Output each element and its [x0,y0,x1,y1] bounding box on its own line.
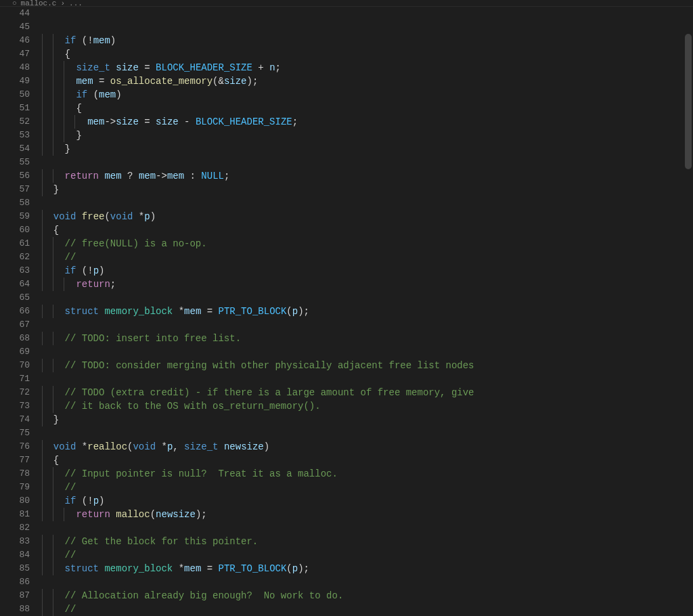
code-line[interactable] [42,196,693,210]
indent-guide [42,589,43,602]
token-punc [139,116,144,127]
code-line[interactable] [42,345,693,359]
code-line[interactable]: mem->size = size - BLOCK_HEADER_SIZE; [42,115,693,129]
line-number: 65 [0,291,42,305]
breadcrumb-file[interactable]: malloc.c [21,0,57,7]
code-line[interactable]: if (mem) [42,88,693,102]
indent-guide [53,602,53,616]
code-line[interactable]: } [42,129,693,142]
code-line[interactable]: mem = os_allocate_memory(&size); [42,74,693,88]
line-number: 75 [0,426,42,440]
code-line[interactable] [42,156,693,169]
token-kw: void [110,211,133,222]
code-line[interactable]: if (!p) [42,494,693,508]
line-number: 72 [0,386,42,399]
indent-guide [53,47,53,61]
indent-guide [42,494,43,508]
code-line[interactable]: return mem ? mem->mem : NULL; [42,169,693,183]
token-punc [219,441,224,452]
token-var: mem [184,306,201,317]
line-number: 76 [0,440,42,454]
code-line[interactable]: // Allocation already big enough? No wor… [42,589,693,602]
indent-guide [64,115,64,129]
indent-guide [53,399,53,413]
code-line[interactable]: // [42,602,693,616]
line-number: 83 [0,535,42,548]
line-number: 87 [0,589,42,602]
token-punc: ; [201,509,206,520]
code-line[interactable]: // free(NULL) is a no-op. [42,237,693,250]
token-punc [201,563,206,574]
code-line[interactable]: size_t size = BLOCK_HEADER_SIZE + n; [42,61,693,74]
indent-guide [42,250,43,264]
code-line[interactable]: { [42,102,693,115]
code-line[interactable]: // TODO: consider merging with other phy… [42,359,693,372]
token-punc: ( [76,35,87,46]
token-var: n [269,62,275,73]
code-line[interactable] [42,318,693,332]
code-line[interactable]: { [42,454,693,467]
line-number-gutter: 4445464748495051525354555657585960616263… [0,7,42,616]
code-line[interactable]: // TODO: insert into free list. [42,332,693,345]
code-line[interactable] [42,575,693,589]
line-number: 60 [0,223,42,237]
code-line[interactable]: } [42,142,693,156]
token-func: malloc [116,509,150,520]
code-line[interactable]: } [42,183,693,196]
breadcrumb[interactable]: ○ malloc.c › ... [0,0,693,7]
token-punc [76,441,81,452]
token-punc: ) [99,265,104,276]
code-line[interactable]: } [42,413,693,426]
token-punc [213,563,218,574]
code-line[interactable]: // Input pointer is null? Treat it as a … [42,467,693,481]
code-line[interactable]: void *realloc(void *p, size_t newsize) [42,440,693,454]
code-line[interactable]: // [42,548,693,562]
token-kw: if [76,89,87,100]
token-func: os_allocate_memory [110,76,213,87]
code-line[interactable] [42,426,693,440]
breadcrumb-symbol[interactable]: ... [69,0,83,7]
line-number: 67 [0,318,42,332]
code-line[interactable] [42,372,693,386]
code-line[interactable]: struct memory_block *mem = PTR_TO_BLOCK(… [42,305,693,318]
code-line[interactable] [42,291,693,305]
code-line[interactable]: if (!p) [42,264,693,278]
token-op: + [258,62,263,73]
code-line[interactable]: // TODO (extra credit) - if there is a l… [42,386,693,399]
token-op: -> [104,116,116,127]
code-line[interactable]: if (!mem) [42,34,693,47]
token-punc [213,306,218,317]
indent-guide [53,237,53,250]
indent-guide [42,88,43,102]
code-line[interactable]: // it back to the OS with os_return_memo… [42,399,693,413]
vertical-scrollbar-thumb[interactable] [685,34,692,169]
code-line[interactable]: { [42,223,693,237]
token-punc: ; [110,279,116,290]
vertical-scrollbar-track[interactable] [684,7,693,616]
code-line[interactable]: // [42,250,693,264]
token-punc [184,171,189,181]
token-punc [104,76,110,87]
indent-guide [53,74,53,88]
token-punc: ; [304,306,309,317]
code-line[interactable] [42,521,693,535]
code-line[interactable]: struct memory_block *mem = PTR_TO_BLOCK(… [42,562,693,575]
token-var: size [224,76,247,87]
code-line[interactable]: { [42,47,693,61]
indent-guide [42,332,43,345]
code-line[interactable]: void free(void *p) [42,210,693,223]
line-number: 63 [0,264,42,278]
line-number: 44 [0,7,42,20]
line-number: 56 [0,169,42,183]
token-var: mem [104,171,121,181]
code-editor[interactable]: 4445464748495051525354555657585960616263… [0,7,693,616]
token-punc: ( [104,211,110,222]
code-content[interactable]: if (!mem) { size_t size = BLOCK_HEADER_S… [42,7,693,616]
line-number: 66 [0,305,42,318]
code-line[interactable]: // Get the block for this pointer. [42,535,693,548]
indent-guide [53,278,53,291]
code-line[interactable]: return malloc(newsize); [42,508,693,521]
indent-guide [42,102,43,115]
code-line[interactable]: // [42,481,693,494]
code-line[interactable]: return; [42,278,693,291]
